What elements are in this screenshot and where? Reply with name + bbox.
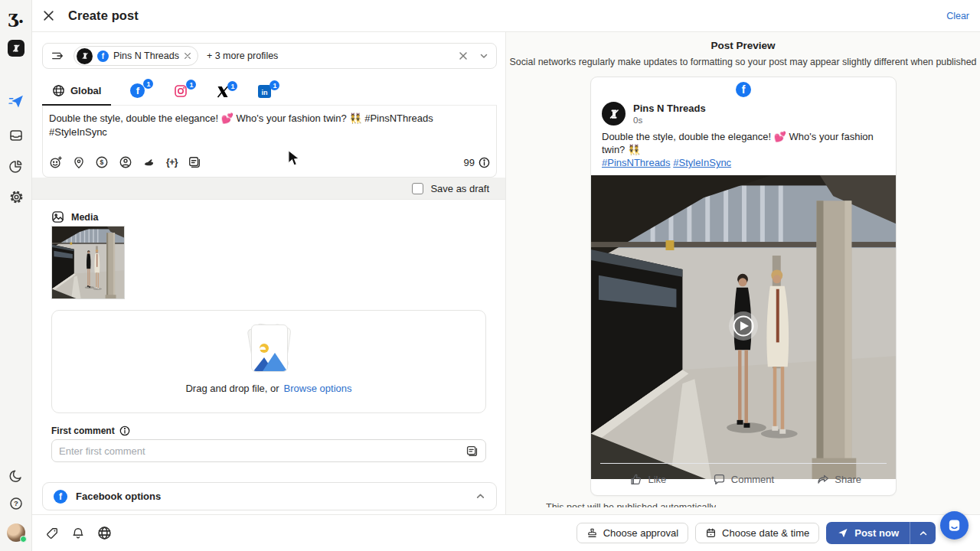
media-section-header: Media [51,210,98,223]
profile-name: Pins N Threads [113,51,179,61]
profile-selector[interactable]: f Pins N Threads + 3 more profiles [42,43,497,69]
variables-icon[interactable]: {+} [166,157,178,168]
preview-disclaimer: Social networks regularly make updates t… [506,57,980,67]
help-button[interactable]: ? [0,496,32,511]
header: Create post Clear [32,0,980,32]
sidebar-item-analytics[interactable] [0,158,32,174]
profile-avatar [77,48,93,64]
close-icon[interactable] [43,10,54,21]
upload-illustration-icon [244,323,293,373]
emoji-icon[interactable] [49,155,63,169]
signature-icon[interactable] [142,156,156,168]
x-badge: 1 [227,81,237,91]
preview-actions-bar: Like Comment Share [600,463,887,495]
inbox-icon [8,128,24,143]
dollar-icon[interactable]: $ [95,155,109,169]
network-tabs: Global f 1 1 1 [42,80,497,106]
globe-icon [52,84,65,97]
first-comment-input[interactable] [59,445,466,457]
svg-text:in: in [262,89,268,96]
post-now-split-button: Post now [826,522,936,544]
workspace-avatar[interactable] [0,40,32,57]
choose-date-time-button[interactable]: Choose date & time [695,523,819,543]
tag-icon[interactable] [45,527,59,540]
facebook-icon: f [54,490,67,504]
preview-video[interactable] [591,175,896,479]
like-button[interactable]: Like [600,464,696,495]
clear-profiles-icon[interactable] [459,51,468,60]
sidebar-item-settings[interactable] [0,189,32,205]
compose-box: Double the style, double the elegance! 💕… [42,106,497,178]
app-logo-icon: ʒ. [0,6,32,27]
location-icon[interactable] [73,156,85,169]
user-avatar[interactable] [0,523,32,542]
facebook-badge: 1 [143,79,153,89]
calendar-icon [705,527,717,539]
comment-button[interactable]: Comment [696,464,792,495]
tab-global[interactable]: Global [42,84,111,106]
more-profiles-label[interactable]: + 3 more profiles [207,51,278,61]
hashtag-link[interactable]: #StyleInSync [673,157,731,168]
post-now-button[interactable]: Post now [826,522,910,544]
comment-icon [713,473,726,486]
tab-x[interactable]: 1 [207,86,239,105]
save-as-draft-checkbox[interactable] [412,183,423,194]
sidebar-item-inbox[interactable] [0,128,32,143]
bell-icon[interactable] [71,527,85,540]
tab-linkedin[interactable]: in 1 [248,85,281,105]
profile-list-icon[interactable] [51,49,64,63]
pie-chart-icon [8,158,24,174]
thumbs-up-icon [629,473,642,486]
svg-text:?: ? [14,499,18,507]
globe-icon[interactable] [97,526,112,540]
linkedin-badge: 1 [270,80,279,90]
chevron-up-icon [919,529,928,538]
media-thumbnail[interactable] [51,226,125,299]
save-as-draft-label: Save as draft [430,183,489,194]
chat-widget-button[interactable] [940,511,969,540]
footer-actions: Choose approval Choose date & time Post … [577,522,936,544]
dropzone-text: Drag and drop file, orBrowse options [52,383,485,394]
online-status-dot [20,536,27,543]
char-counter: 99 [464,157,490,168]
help-icon: ? [8,496,24,511]
facebook-icon: f [97,51,109,62]
browse-options-link[interactable]: Browse options [284,383,352,394]
first-comment-field [51,439,486,462]
selected-profile-chip[interactable]: f Pins N Threads [74,46,198,66]
share-button[interactable]: Share [791,464,887,495]
remove-profile-icon[interactable] [184,52,191,60]
preview-post-text: Double the style, double the elegance! 💕… [591,126,896,175]
media-attach-icon[interactable] [466,445,479,458]
preview-panel: Post Preview Social networks regularly m… [505,32,980,514]
send-icon [837,527,848,539]
gear-icon [8,189,24,205]
choose-approval-button[interactable]: Choose approval [577,523,688,543]
sidebar-item-publish[interactable] [0,93,32,109]
info-icon[interactable] [119,425,130,436]
media-attach-icon[interactable] [188,155,201,169]
post-text-input[interactable]: Double the style, double the elegance! 💕… [49,112,490,139]
preview-title: Post Preview [506,40,980,51]
save-as-draft-bar: Save as draft [32,178,505,200]
chevron-down-icon[interactable] [479,51,488,60]
page-title: Create post [68,8,139,23]
play-button-icon[interactable] [727,309,760,346]
footer-tools [45,526,112,540]
post-options-caret[interactable] [910,522,936,544]
info-icon[interactable] [479,157,490,168]
file-dropzone[interactable]: Drag and drop file, orBrowse options [51,310,486,413]
svg-text:$: $ [100,158,104,166]
preview-profile-name: Pins N Threads [633,102,706,114]
facebook-options-section[interactable]: f Facebook options [42,482,497,510]
chevron-up-icon[interactable] [475,491,485,501]
tab-facebook[interactable]: f 1 [120,83,155,105]
clear-link[interactable]: Clear [946,11,969,21]
tab-instagram[interactable]: 1 [164,84,198,105]
dark-mode-toggle[interactable] [0,468,32,484]
hashtag-link[interactable]: #PinsNThreads [602,157,671,168]
facebook-options-label: Facebook options [76,491,467,502]
mention-icon[interactable] [119,155,132,169]
first-comment-header: First comment [51,425,130,436]
publish-footnote: This post will be published automaticall… [546,500,716,507]
